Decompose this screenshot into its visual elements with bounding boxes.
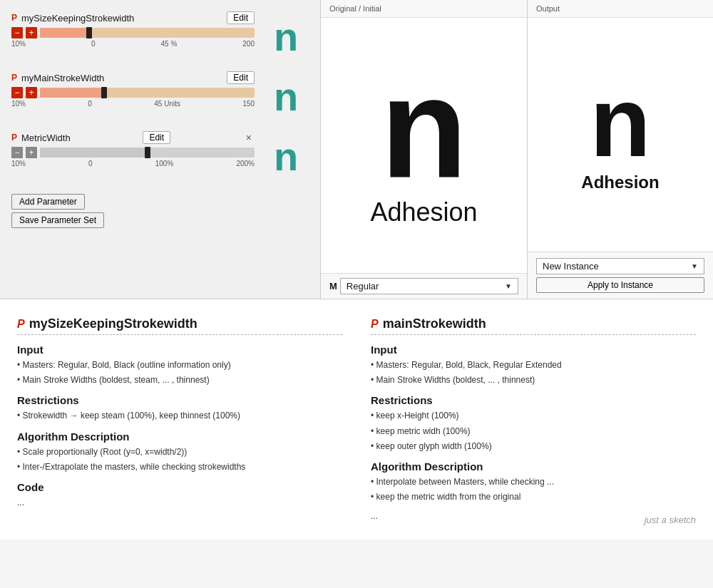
param-type-3: P [11,133,17,143]
code-item-1: ... [17,496,342,510]
restrictions-text-left: • Strokewidth → keep steam (100%), keep … [17,409,342,423]
param-controls-1: P mySizeKeepingStrokewidth Edit − + 10% … [11,11,255,48]
slider-fill-2 [40,88,104,98]
slider-plus-1[interactable]: + [26,27,37,38]
sketch-label: just a sketch [645,515,696,525]
info-section-right: P mainStrokewidth Input • Masters: Regul… [371,316,696,525]
input-item-2: • Main Stroke Widths (boldest, steam, ..… [17,373,342,387]
param-header-2: P myMainStrokeWidth Edit [11,71,255,84]
algorithm-subtitle-left: Algorithm Description [17,430,342,443]
slider-min-2: 10% [11,100,26,108]
restrictions-text-right: • keep x-Height (100%) • keep metric wid… [371,409,696,453]
original-label: Original / Initial [321,0,527,18]
slider-minus-3[interactable]: − [11,147,23,158]
info-divider-left [17,334,342,335]
bottom-panel: P mySizeKeepingStrokewidth Input • Maste… [0,299,713,540]
param-row-2: P myMainStrokeWidth Edit − + 10% 0 45 Un… [11,71,312,123]
close-btn-3[interactable]: × [243,132,255,143]
params-panel: P mySizeKeepingStrokewidth Edit − + 10% … [0,0,321,299]
algorithm-item-1: • Scale proportionally (Root (y=0, x=wid… [17,445,342,459]
param-controls-3: P MetricWidth Edit × − + 10% 0 100% [11,131,255,167]
slider-min-3: 10% [11,160,26,167]
original-panel: Original / Initial n Adhesion M Regular … [321,0,528,299]
master-value: Regular [347,281,379,292]
algorithm-text-left: • Scale proportionally (Root (y=0, x=wid… [17,445,342,474]
slider-max-3: 200% [236,160,255,167]
preview-letter-1: n [274,17,298,57]
slider-fill-1 [40,28,89,38]
slider-plus-3[interactable]: + [26,147,37,158]
code-subtitle-left: Code [17,481,342,493]
param-row-1: P mySizeKeepingStrokewidth Edit − + 10% … [11,11,312,63]
save-param-button[interactable]: Save Parameter Set [11,212,104,228]
param-type-1: P [11,13,17,23]
input-subtitle-left: Input [17,344,342,356]
param-header-3: P MetricWidth Edit × [11,131,255,144]
slider-max-2: 150 [242,100,255,108]
slider-track-1[interactable] [40,28,255,38]
edit-btn-2[interactable]: Edit [227,71,255,84]
slider-fill-3 [40,148,148,158]
edit-btn-1[interactable]: Edit [227,11,255,24]
param-preview-3: n [260,131,312,182]
master-arrow-icon: ▼ [505,282,512,290]
restriction-item-right-1: • keep x-Height (100%) [371,409,696,423]
original-word: Adhesion [370,197,477,227]
preview-letter-2: n [274,77,298,117]
info-divider-right [371,334,696,335]
instance-dropdown[interactable]: New Instance ▼ [536,258,704,274]
info-title-left: P mySizeKeepingStrokewidth [17,316,342,331]
slider-labels-2: 10% 0 45 Units 150 [11,100,255,108]
instance-arrow-icon: ▼ [691,262,698,270]
original-footer: M Regular ▼ [321,273,527,299]
bottom-btns: Add Parameter Save Parameter Set [11,194,312,228]
param-row-3: P MetricWidth Edit × − + 10% 0 100% [11,131,312,182]
output-panel: Output n Adhesion New Instance ▼ Apply t… [528,0,713,299]
info-name-left: mySizeKeepingStrokewidth [29,316,198,331]
slider-current-2: 45 Units [154,100,180,108]
input-subtitle-right: Input [371,344,696,356]
info-title-right: P mainStrokewidth [371,316,696,331]
param-name-3: MetricWidth [21,133,71,143]
slider-row-1: − + [11,27,255,38]
info-name-right: mainStrokewidth [383,316,486,331]
edit-btn-3[interactable]: Edit [143,131,170,144]
slider-track-3[interactable] [40,148,255,158]
output-letter: n [590,77,651,167]
algorithm-subtitle-right: Algorithm Description [371,460,696,473]
instance-value: New Instance [543,261,599,272]
top-panel: P mySizeKeepingStrokewidth Edit − + 10% … [0,0,713,299]
input-item-right-1: • Masters: Regular, Bold, Black, Regular… [371,359,696,372]
master-select: M Regular ▼ [329,278,518,294]
slider-labels-3: 10% 0 100% 200% [11,160,255,167]
master-dropdown[interactable]: Regular ▼ [340,278,518,294]
slider-zero-1: 0 [91,40,96,48]
output-word: Adhesion [581,172,659,192]
output-actions: New Instance ▼ Apply to Instance [528,252,713,299]
instance-select: New Instance ▼ [536,258,704,274]
restriction-item-1: • Strokewidth → keep steam (100%), keep … [17,409,342,423]
algorithm-item-right-1: • Interpolate between Masters, while che… [371,475,696,489]
algorithm-item-right-2: • keep the metric width from the origina… [371,490,696,504]
param-name-2: myMainStrokeWidth [21,73,104,83]
slider-minus-1[interactable]: − [11,27,23,38]
slider-zero-2: 0 [88,100,92,108]
slider-track-2[interactable] [40,88,255,98]
input-item-1: • Masters: Regular, Bold, Black (outline… [17,359,342,372]
slider-minus-2[interactable]: − [11,87,23,98]
output-content: n Adhesion [528,18,713,252]
param-preview-1: n [260,11,312,63]
slider-thumb-1 [86,27,92,38]
slider-max-1: 200 [242,40,255,48]
add-param-button[interactable]: Add Parameter [11,194,85,210]
info-section-left: P mySizeKeepingStrokewidth Input • Maste… [17,316,342,525]
slider-min-1: 10% [11,40,26,48]
input-item-right-2: • Main Stroke Widths (boldest, ... , thi… [371,373,696,387]
apply-instance-button[interactable]: Apply to Instance [536,277,704,293]
slider-zero-3: 0 [88,160,93,167]
param-preview-2: n [260,71,312,123]
original-content: n Adhesion [321,18,527,273]
slider-plus-2[interactable]: + [26,87,37,98]
slider-current-1: 45 % [161,40,178,48]
param-type-2: P [11,73,17,83]
